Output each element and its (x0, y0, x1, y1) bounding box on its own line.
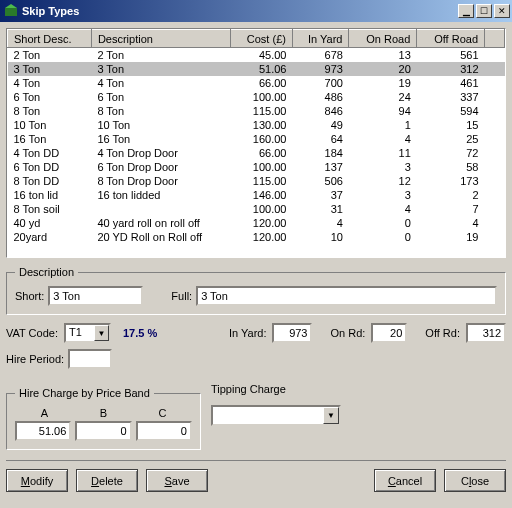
off-rd-label: Off Rd: (425, 327, 460, 339)
vat-code-label: VAT Code: (6, 327, 58, 339)
minimize-icon[interactable]: ▁ (458, 4, 474, 18)
full-label: Full: (171, 290, 192, 302)
table-row[interactable]: 8 Ton DD8 Ton Drop Door115.0050612173 (8, 174, 505, 188)
chevron-down-icon[interactable]: ▼ (94, 325, 109, 341)
on-rd-label: On Rd: (330, 327, 365, 339)
in-yard-label: In Yard: (229, 327, 267, 339)
column-header[interactable]: In Yard (292, 30, 348, 48)
column-header[interactable]: Short Desc. (8, 30, 92, 48)
column-header[interactable]: Off Road (417, 30, 485, 48)
table-row[interactable]: 4 Ton4 Ton66.0070019461 (8, 76, 505, 90)
table-row[interactable]: 16 Ton16 Ton160.0064425 (8, 132, 505, 146)
cancel-button[interactable]: Cancel (374, 469, 436, 492)
column-header[interactable]: Description (91, 30, 230, 48)
save-button[interactable]: Save (146, 469, 208, 492)
window-title: Skip Types (22, 5, 79, 17)
table-row[interactable]: 40 yd40 yard roll on roll off120.00404 (8, 216, 505, 230)
price-b-input[interactable] (75, 421, 131, 441)
skip-types-table[interactable]: Short Desc.DescriptionCost (£)In YardOn … (6, 28, 506, 258)
table-row[interactable]: 2 Ton2 Ton45.0067813561 (8, 48, 505, 63)
titlebar: Skip Types ▁ ☐ ✕ (0, 0, 512, 22)
table-row[interactable]: 6 Ton6 Ton100.0048624337 (8, 90, 505, 104)
chevron-down-icon[interactable]: ▼ (323, 407, 339, 424)
price-c-input[interactable] (136, 421, 192, 441)
col-a: A (15, 407, 74, 419)
description-legend: Description (15, 266, 78, 278)
col-c: C (133, 407, 192, 419)
off-rd-input[interactable] (466, 323, 506, 343)
short-input[interactable] (48, 286, 143, 306)
on-rd-input[interactable] (371, 323, 407, 343)
close-button[interactable]: Close (444, 469, 506, 492)
close-icon[interactable]: ✕ (494, 4, 510, 18)
price-band-legend: Hire Charge by Price Band (15, 387, 154, 399)
window-icon (4, 4, 18, 18)
hire-period-label: Hire Period: (6, 353, 64, 365)
hire-period-input[interactable] (68, 349, 112, 369)
column-header[interactable]: Cost (£) (230, 30, 292, 48)
table-row[interactable]: 6 Ton DD6 Ton Drop Door100.00137358 (8, 160, 505, 174)
table-row[interactable]: 8 Ton8 Ton115.0084694594 (8, 104, 505, 118)
svg-marker-1 (5, 4, 17, 8)
table-row[interactable]: 16 ton lid16 ton lidded146.003732 (8, 188, 505, 202)
description-group: Description Short: Full: (6, 266, 506, 315)
table-row[interactable]: 10 Ton10 Ton130.0049115 (8, 118, 505, 132)
table-row[interactable]: 20yard20 YD Roll on Roll off120.0010019 (8, 230, 505, 244)
maximize-icon[interactable]: ☐ (476, 4, 492, 18)
price-band-group: Hire Charge by Price Band A B C (6, 387, 201, 450)
col-b: B (74, 407, 133, 419)
table-row[interactable]: 3 Ton3 Ton51.0697320312 (8, 62, 505, 76)
in-yard-input[interactable] (272, 323, 312, 343)
table-row[interactable]: 4 Ton DD4 Ton Drop Door66.001841172 (8, 146, 505, 160)
price-a-input[interactable] (15, 421, 71, 441)
delete-button[interactable]: Delete (76, 469, 138, 492)
short-label: Short: (15, 290, 44, 302)
vat-percent: 17.5 % (123, 327, 157, 339)
modify-button[interactable]: Modify (6, 469, 68, 492)
tipping-charge-select[interactable]: ▼ (211, 405, 341, 426)
svg-rect-0 (5, 8, 17, 16)
vat-code-select[interactable]: T1 ▼ (64, 323, 111, 343)
tipping-charge-label: Tipping Charge (211, 383, 341, 395)
full-input[interactable] (196, 286, 497, 306)
table-row[interactable]: 8 Ton soil100.003147 (8, 202, 505, 216)
column-header[interactable]: On Road (349, 30, 417, 48)
button-bar: Modify Delete Save Cancel Close (6, 460, 506, 492)
